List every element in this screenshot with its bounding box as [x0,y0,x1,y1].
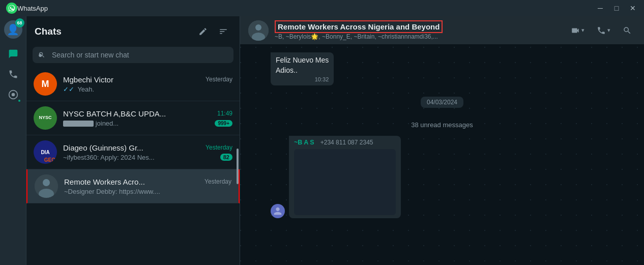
chat-item-remote[interactable]: Remote Workers Acro... Yesterday ~Design… [26,169,240,203]
chat-time-diageo: Yesterday [206,144,232,151]
filter-button[interactable] [215,23,231,40]
prev-msg-text1: Feliz Nuevo Mes [276,55,329,66]
notification-badge: 68 [15,18,24,27]
chat-preview-diageo: ~ifybest360: Apply: 2024 Nes... [63,154,155,161]
sidebar-item-calls[interactable] [4,65,22,83]
chat-list: M Mgbechi Victor Yesterday ✓✓ Yeah. [26,67,240,265]
prev-msg-time: 10:32 [276,76,329,82]
chat-name-mgbechi: Mgbechi Victor [63,75,113,84]
status-indicator [17,99,21,103]
message-row-bas: ~B A S +234 811 087 2345 [271,136,613,219]
search-icon-svg [38,51,45,58]
remote-group-avatar [35,174,58,198]
chat-name-diageo: Diageo (Guinness) Gr... [63,143,143,152]
chat-header-members: ~B, ~Berylois🌟, ~Bonny_E, ~Britain, ~chr… [275,33,554,40]
compose-button[interactable] [195,23,211,40]
chat-item-diageo[interactable]: DIA GEO Diageo (Guinness) Gr... Yesterda… [26,135,240,169]
messages-area: Feliz Nuevo Mes Adios.. 10:32 04/03/2024… [240,44,644,265]
msg-sender-phone: +234 811 087 2345 [320,139,373,146]
call-button[interactable]: ▾ [593,23,614,38]
header-icons [195,23,231,40]
chat-avatar-remote [35,174,58,198]
chat-preview-remote: ~Designer Debby: https://www.... [64,188,160,195]
search-input[interactable] [33,47,233,63]
svg-point-4 [43,179,50,186]
message-image [294,149,396,215]
prev-msg-text2: Adios.. [276,66,329,76]
svg-point-7 [255,24,261,31]
unread-divider: 38 unread messages [271,121,613,129]
unread-badge-nysc: 999+ [215,120,232,127]
chat-avatar-diageo: DIA GEO [34,140,57,164]
svg-point-2 [11,93,15,97]
chat-avatar-nysc: NYSC [34,106,57,130]
msg-sender-name: ~B A S [294,139,314,146]
chat-item-mgbechi[interactable]: M Mgbechi Victor Yesterday ✓✓ Yeah. [26,67,240,101]
double-tick-icon: ✓✓ [63,85,74,93]
chat-time-remote: Yesterday [204,178,231,185]
window-controls: ─ □ ✕ [595,4,638,12]
chat-name-nysc: NYSC BATCH A,B&C UPDA... [63,109,166,118]
date-pill: 04/03/2024 [421,97,463,108]
chat-preview-nysc: joined... [63,120,119,127]
prev-message-bubble: Feliz Nuevo Mes Adios.. 10:32 [271,52,334,85]
whatsapp-logo [6,3,17,14]
chat-area: Remote Workers Across Nigeria and Beyond… [240,16,644,265]
chats-title: Chats [35,26,62,37]
chat-header: Remote Workers Across Nigeria and Beyond… [240,16,644,44]
chat-header-actions: ▾ ▾ [567,23,636,38]
chat-avatar-mgbechi: M [34,72,57,96]
chat-time-nysc: 11:49 [217,110,232,117]
chat-item-nysc[interactable]: NYSC NYSC BATCH A,B&C UPDA... 11:49 join… [26,101,240,135]
call-chevron-icon: ▾ [607,27,610,34]
maximize-button[interactable]: □ [611,4,622,12]
app-title: WhatsApp [17,5,595,12]
sidebar-item-chats[interactable] [4,45,22,63]
chat-preview-mgbechi: ✓✓ Yeah. [63,85,94,93]
msg-avatar-bas [271,204,285,218]
redacted-content [63,121,94,127]
app-body: 👤 68 Chats ● [0,16,644,265]
minimize-button[interactable]: ─ [595,4,605,12]
unread-badge-diageo: 82 [220,154,232,161]
chat-name-remote: Remote Workers Acro... [64,178,145,186]
search-bar: ● [33,47,233,63]
chat-header-avatar[interactable] [248,20,269,41]
video-chevron-icon: ▾ [581,27,584,34]
svg-point-0 [6,3,17,14]
sidebar-item-status[interactable] [4,85,22,104]
titlebar: WhatsApp ─ □ ✕ [0,0,644,16]
msg-bubble-bas: ~B A S +234 811 087 2345 [289,136,401,218]
prev-message-group: Feliz Nuevo Mes Adios.. 10:32 [271,52,613,86]
search-chat-button[interactable] [619,23,636,38]
profile-avatar[interactable]: 👤 68 [4,20,22,39]
video-call-button[interactable]: ▾ [567,23,589,38]
close-button[interactable]: ✕ [628,4,638,12]
chat-header-info: Remote Workers Across Nigeria and Beyond… [275,20,567,41]
chats-header: Chats [26,16,240,45]
date-divider: 04/03/2024 [271,97,613,108]
scroll-indicator [237,149,239,184]
nav-sidebar: 👤 68 [0,16,26,265]
chat-header-name[interactable]: Remote Workers Across Nigeria and Beyond [275,20,443,34]
chat-time-mgbechi: Yesterday [206,76,232,83]
unread-count-label: 38 unread messages [411,121,473,129]
chats-panel: Chats ● M M [26,16,240,265]
